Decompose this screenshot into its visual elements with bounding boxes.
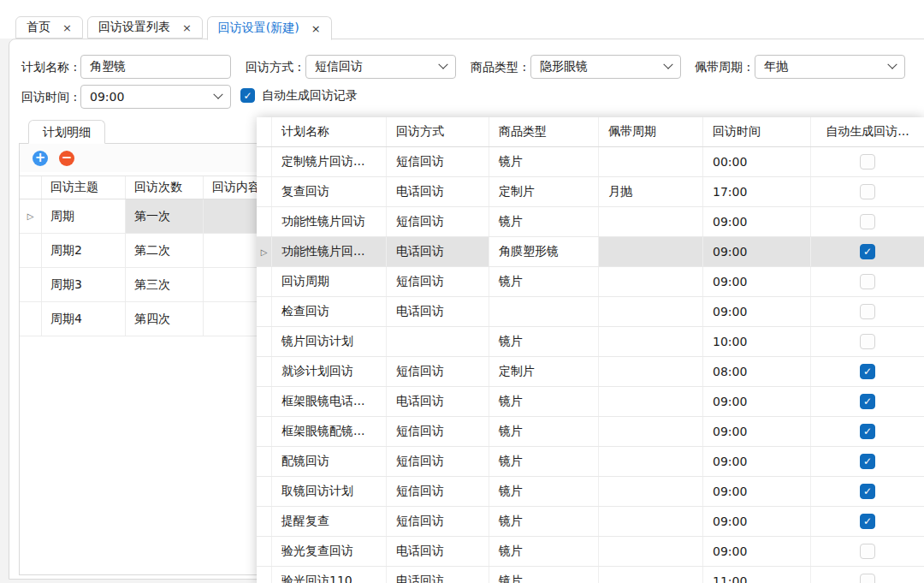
- cell-plan-name[interactable]: 验光回访110: [272, 567, 387, 583]
- cell-plan-name[interactable]: 镜片回访计划: [272, 327, 387, 356]
- cell-visit-time[interactable]: 09:00: [703, 387, 811, 416]
- cell-product-type[interactable]: 角膜塑形镜: [489, 237, 599, 266]
- checkbox-unchecked-icon[interactable]: [860, 214, 875, 229]
- cell-wear-cycle[interactable]: [599, 237, 703, 266]
- table-row[interactable]: 镜片回访计划镜片10:00: [257, 327, 924, 357]
- cell-visit-method[interactable]: 电话回访: [387, 237, 489, 266]
- table-row[interactable]: 就诊计划回访短信回访定制片08:00✓: [257, 357, 924, 387]
- cell-visit-method[interactable]: 短信回访: [387, 357, 489, 386]
- cell-plan-name[interactable]: 功能性镜片回访: [272, 207, 387, 236]
- cell-product-type[interactable]: [489, 297, 599, 326]
- checkbox-unchecked-icon[interactable]: [860, 544, 875, 559]
- cell-product-type[interactable]: 定制片: [489, 177, 599, 206]
- cell-visit-count[interactable]: 第三次: [126, 268, 204, 301]
- cell-visit-method[interactable]: 短信回访: [387, 207, 489, 236]
- table-row[interactable]: 框架眼镜电话...电话回访镜片09:00✓: [257, 387, 924, 417]
- cell-wear-cycle[interactable]: 月抛: [599, 177, 703, 206]
- cell-visit-method[interactable]: 短信回访: [387, 447, 489, 476]
- cell-visit-time[interactable]: 17:00: [703, 177, 811, 206]
- cell-visit-subject[interactable]: 周期4: [42, 302, 126, 336]
- cell-visit-count[interactable]: 第四次: [126, 302, 204, 336]
- cell-product-type[interactable]: 镜片: [489, 477, 599, 506]
- table-row[interactable]: 验光回访110电话回访镜片11:00: [257, 567, 924, 583]
- cell-visit-method[interactable]: 短信回访: [387, 147, 489, 176]
- cell-plan-name[interactable]: 框架眼镜电话...: [272, 387, 387, 416]
- table-row[interactable]: 复查回访电话回访定制片月抛17:00: [257, 177, 924, 207]
- cell-wear-cycle[interactable]: [599, 267, 703, 296]
- cell-visit-time[interactable]: 10:00: [703, 327, 811, 356]
- cell-visit-time[interactable]: 09:00: [703, 447, 811, 476]
- cell-product-type[interactable]: 镜片: [489, 447, 599, 476]
- cell-plan-name[interactable]: 框架眼镜配镜...: [272, 417, 387, 446]
- cell-visit-subject[interactable]: 周期2: [42, 234, 126, 267]
- cell-visit-method[interactable]: 电话回访: [387, 537, 489, 566]
- cell-wear-cycle[interactable]: [599, 417, 703, 446]
- checkbox-unchecked-icon[interactable]: [860, 274, 875, 289]
- table-row[interactable]: 取镜回访计划短信回访镜片09:00✓: [257, 477, 924, 507]
- cell-visit-time[interactable]: 09:00: [703, 537, 811, 566]
- cell-visit-time[interactable]: 09:00: [703, 477, 811, 506]
- visit-time-select[interactable]: 09:00: [80, 85, 231, 109]
- plan-name-input[interactable]: [80, 55, 231, 79]
- close-icon[interactable]: ×: [62, 22, 72, 33]
- checkbox-unchecked-icon[interactable]: [860, 574, 875, 583]
- cell-product-type[interactable]: 镜片: [489, 267, 599, 296]
- checkbox-unchecked-icon[interactable]: [860, 334, 875, 349]
- table-row[interactable]: 定制镜片回访...短信回访镜片00:00: [257, 147, 924, 177]
- checkbox-checked-icon[interactable]: ✓: [240, 88, 255, 103]
- table-row[interactable]: 配镜回访短信回访镜片09:00✓: [257, 447, 924, 477]
- cell-product-type[interactable]: 镜片: [489, 387, 599, 416]
- tab-visit-settings-new[interactable]: 回访设置(新建) ×: [207, 16, 332, 40]
- cell-visit-time[interactable]: 09:00: [703, 417, 811, 446]
- checkbox-unchecked-icon[interactable]: [860, 184, 875, 199]
- tab-plan-detail[interactable]: 计划明细: [28, 120, 105, 144]
- cell-plan-name[interactable]: 就诊计划回访: [272, 357, 387, 386]
- checkbox-checked-icon[interactable]: ✓: [860, 454, 875, 469]
- cell-visit-method[interactable]: [387, 327, 489, 356]
- checkbox-checked-icon[interactable]: ✓: [860, 244, 875, 259]
- cell-wear-cycle[interactable]: [599, 327, 703, 356]
- cell-wear-cycle[interactable]: [599, 357, 703, 386]
- cell-product-type[interactable]: 镜片: [489, 567, 599, 583]
- checkbox-checked-icon[interactable]: ✓: [860, 364, 875, 379]
- cell-visit-count[interactable]: 第二次: [126, 234, 204, 267]
- cell-wear-cycle[interactable]: [599, 207, 703, 236]
- checkbox-checked-icon[interactable]: ✓: [860, 514, 875, 529]
- close-icon[interactable]: ×: [182, 22, 192, 33]
- cell-wear-cycle[interactable]: [599, 477, 703, 506]
- cell-visit-method[interactable]: 短信回访: [387, 267, 489, 296]
- cell-visit-time[interactable]: 09:00: [703, 297, 811, 326]
- visit-method-select[interactable]: 短信回访: [305, 55, 456, 79]
- checkbox-checked-icon[interactable]: ✓: [860, 394, 875, 409]
- cell-plan-name[interactable]: 复查回访: [272, 177, 387, 206]
- cell-visit-time[interactable]: 09:00: [703, 207, 811, 236]
- cell-plan-name[interactable]: 取镜回访计划: [272, 477, 387, 506]
- cell-product-type[interactable]: 镜片: [489, 507, 599, 536]
- cell-visit-method[interactable]: 电话回访: [387, 387, 489, 416]
- cell-plan-name[interactable]: 提醒复查: [272, 507, 387, 536]
- cell-wear-cycle[interactable]: [599, 147, 703, 176]
- cell-visit-method[interactable]: 短信回访: [387, 417, 489, 446]
- row-expander-icon[interactable]: ▷: [257, 237, 272, 266]
- cell-product-type[interactable]: 镜片: [489, 327, 599, 356]
- table-row[interactable]: 验光复查回访电话回访镜片09:00: [257, 537, 924, 567]
- table-row[interactable]: 框架眼镜配镜...短信回访镜片09:00✓: [257, 417, 924, 447]
- table-row[interactable]: 功能性镜片回访短信回访镜片09:00: [257, 207, 924, 237]
- cell-visit-time[interactable]: 09:00: [703, 237, 811, 266]
- checkbox-checked-icon[interactable]: ✓: [860, 424, 875, 439]
- cell-product-type[interactable]: 镜片: [489, 417, 599, 446]
- cell-product-type[interactable]: 镜片: [489, 537, 599, 566]
- cell-visit-subject[interactable]: 周期: [42, 199, 126, 233]
- cell-visit-method[interactable]: 短信回访: [387, 477, 489, 506]
- checkbox-unchecked-icon[interactable]: [860, 154, 875, 170]
- cell-visit-count[interactable]: 第一次: [126, 199, 204, 233]
- close-icon[interactable]: ×: [311, 23, 321, 34]
- cell-visit-method[interactable]: 电话回访: [387, 177, 489, 206]
- auto-record-checkbox-group[interactable]: ✓ 自动生成回访记录: [240, 88, 358, 103]
- cell-visit-method[interactable]: 短信回访: [387, 507, 489, 536]
- cell-visit-method[interactable]: 电话回访: [387, 567, 489, 583]
- cell-plan-name[interactable]: 定制镜片回访...: [272, 147, 387, 176]
- table-row[interactable]: 检查回访电话回访09:00: [257, 297, 924, 327]
- row-expander-icon[interactable]: ▷: [20, 199, 42, 233]
- cell-visit-time[interactable]: 11:00: [703, 567, 811, 583]
